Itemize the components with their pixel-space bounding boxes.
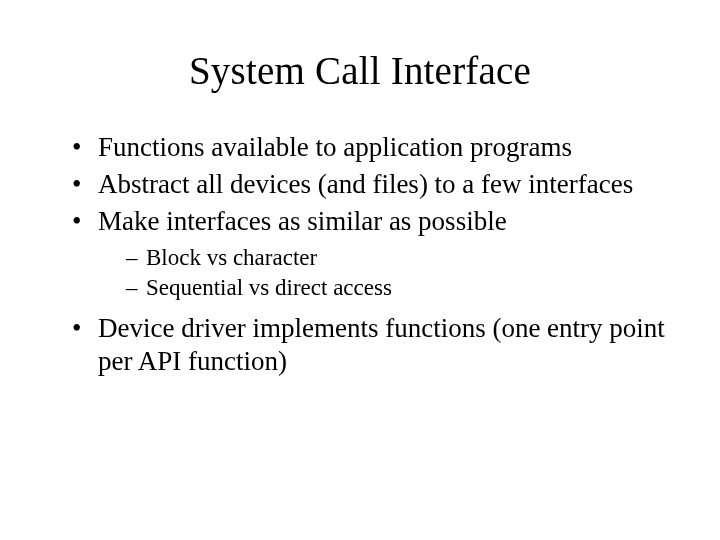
bullet-text: Make interfaces as similar as possible (98, 206, 507, 236)
bullet-item: Make interfaces as similar as possible B… (78, 205, 670, 302)
bullet-item: Functions available to application progr… (78, 131, 670, 164)
sub-bullet-list: Block vs character Sequential vs direct … (98, 244, 670, 302)
bullet-item: Abstract all devices (and files) to a fe… (78, 168, 670, 201)
slide-title: System Call Interface (50, 48, 670, 93)
bullet-item: Device driver implements functions (one … (78, 312, 670, 378)
slide: System Call Interface Functions availabl… (0, 0, 720, 540)
sub-bullet-item: Sequential vs direct access (128, 274, 670, 302)
sub-bullet-item: Block vs character (128, 244, 670, 272)
bullet-list: Functions available to application progr… (50, 131, 670, 378)
